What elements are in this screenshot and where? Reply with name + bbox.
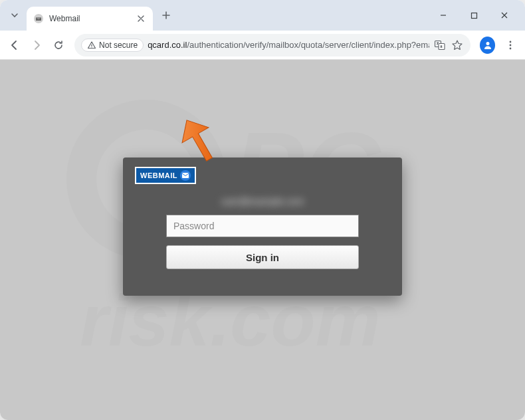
back-button[interactable] [5,35,25,56]
webmail-logo-badge: WEBMAIL [135,167,196,184]
svg-point-6 [509,41,511,43]
bookmark-button[interactable] [451,39,464,52]
chrome-menu-button[interactable] [500,35,520,56]
svg-rect-1 [471,13,476,18]
plus-icon [161,11,171,20]
signin-button[interactable]: Sign in [166,245,359,269]
window-controls [433,5,520,25]
forward-button[interactable] [27,35,47,56]
close-window-button[interactable] [494,5,514,25]
translate-icon [434,39,446,51]
mail-icon [180,170,191,181]
login-panel: WEBMAIL user@example.com Sign in [123,158,402,296]
url-domain: qcard.co.il [148,40,187,50]
browser-tab[interactable]: Webmail [27,7,153,31]
reload-button[interactable] [49,35,68,56]
warning-triangle-icon [87,41,96,50]
maximize-icon [471,12,478,19]
titlebar: Webmail [0,0,525,31]
webmail-badge-text: WEBMAIL [140,171,177,179]
url-path: /authentication/verify/mailbox/quota/ser… [187,40,429,50]
security-label: Not secure [99,41,138,50]
prefilled-email-blurred: user@example.com [135,196,390,207]
page-content: PC risk.com WEBMAIL user@example.com Sig… [0,60,525,420]
minimize-button[interactable] [433,5,453,25]
toolbar: Not secure qcard.co.il/authentication/ve… [0,31,525,60]
new-tab-button[interactable] [157,6,175,25]
tab-title: Webmail [49,14,130,23]
svg-point-5 [486,42,489,45]
address-bar[interactable]: Not secure qcard.co.il/authentication/ve… [74,34,471,56]
maximize-button[interactable] [464,5,484,25]
reload-icon [52,39,64,51]
close-icon [500,11,508,19]
mail-favicon [33,13,44,24]
translate-button[interactable] [433,39,447,52]
kebab-menu-icon [505,40,516,51]
url-display: qcard.co.il/authentication/verify/mailbo… [148,40,429,50]
svg-point-2 [92,47,92,47]
security-chip[interactable]: Not secure [81,39,144,52]
chevron-down-icon [11,11,19,19]
browser-window: Webmail [0,0,525,420]
svg-point-8 [509,47,511,49]
star-icon [451,39,463,51]
person-icon [482,40,493,51]
close-icon [138,15,144,22]
tab-search-dropdown[interactable] [5,6,24,25]
arrow-left-icon [9,39,21,51]
password-input[interactable] [166,215,359,237]
tab-close-button[interactable] [136,13,146,24]
svg-point-7 [509,44,511,46]
arrow-right-icon [31,39,43,51]
minimize-icon [439,11,447,19]
profile-button[interactable] [480,37,495,54]
